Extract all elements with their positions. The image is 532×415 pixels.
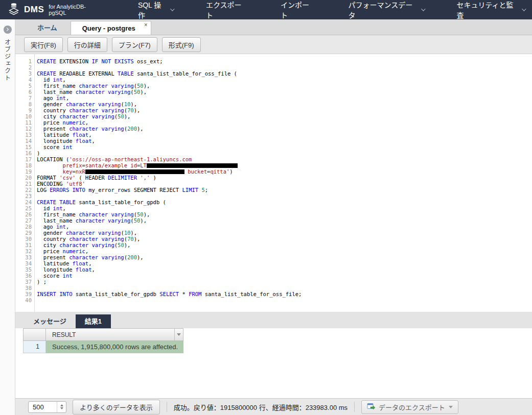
code-line: country character varying(70),: [37, 107, 532, 113]
execution-status-text: 成功。戻り値：1915800000 行、経過時間：233983.00 ms: [174, 402, 348, 412]
line-number: 30: [15, 236, 34, 242]
objects-sidebar: オブジェクト: [0, 19, 15, 415]
code-line: ago int,: [37, 95, 532, 101]
line-number: 13: [15, 132, 34, 138]
line-number: 26: [15, 211, 34, 217]
app-subtitle: for AnalyticDB-pgSQL: [49, 4, 102, 16]
code-line: present character varying(200),: [37, 126, 532, 132]
code-line: longitude float,: [37, 138, 532, 144]
code-line: gender character varying(10),: [37, 101, 532, 107]
code-line: LOCATION ('oss://oss-ap-northeast-1.aliy…: [37, 156, 532, 162]
code-line: ) ;: [37, 279, 532, 285]
line-number: 35: [15, 266, 34, 273]
close-icon[interactable]: ×: [144, 22, 148, 28]
line-number: 17: [15, 156, 34, 162]
result-cell[interactable]: Success, 1,915,800,000 rows are affected…: [46, 341, 183, 353]
line-number: 14: [15, 138, 34, 144]
result-column-header[interactable]: RESULT: [46, 328, 175, 341]
code-line: prefix=santa/example id=LT: [37, 162, 532, 168]
sql-toolbar: 実行(F8) 行の詳細 プラン(F7) 形式(F9): [15, 35, 532, 54]
code-line: latitude float,: [37, 260, 532, 266]
line-number: 21: [15, 181, 34, 187]
code-lines[interactable]: CREATE EXTENSION IF NOT EXISTS oss_ext; …: [37, 54, 532, 312]
format-button[interactable]: 形式(F9): [162, 37, 201, 52]
tab-result1[interactable]: 結果1: [76, 314, 111, 328]
line-number: 15: [15, 144, 34, 150]
sql-editor[interactable]: 1234567891011121314151617181920212223242…: [15, 54, 532, 312]
sidebar-objects-label[interactable]: オブジェクト: [4, 39, 12, 82]
code-line: last_name character varying(50),: [37, 217, 532, 224]
stepper-down-icon: [60, 407, 63, 409]
chevron-down-icon: [170, 7, 174, 11]
line-number: 27: [15, 217, 34, 224]
code-line: score int: [37, 273, 532, 279]
line-number: 19: [15, 168, 34, 175]
table-row[interactable]: 1 Success, 1,915,800,000 rows are affect…: [23, 341, 532, 353]
code-line: id int,: [37, 205, 532, 211]
column-dropdown-button[interactable]: [175, 328, 183, 341]
line-numbers: 1234567891011121314151617181920212223242…: [15, 54, 35, 312]
code-line: price numeric,: [37, 119, 532, 126]
code-line: CREATE READABLE EXTERNAL TABLE santa_lis…: [37, 70, 532, 77]
code-line: ENCODING 'utf8': [37, 181, 532, 187]
line-number: 34: [15, 260, 34, 266]
line-number: 24: [15, 199, 34, 205]
code-line: gender character varying(10),: [37, 230, 532, 236]
nav-item-sql-operations[interactable]: SQL 操作: [138, 0, 173, 20]
divider: [354, 402, 355, 412]
line-number: 31: [15, 242, 34, 248]
results-empty-area: [15, 353, 532, 398]
line-number: 37: [15, 279, 34, 285]
line-number: 38: [15, 285, 34, 291]
execute-button[interactable]: 実行(F8): [24, 37, 63, 52]
line-number: 18: [15, 162, 34, 168]
code-line: first_name character varying(50),: [37, 211, 532, 217]
sidebar-expand-button[interactable]: [4, 26, 12, 34]
export-data-icon: [367, 403, 375, 411]
line-number: 22: [15, 187, 34, 193]
app-title: DMS: [24, 5, 44, 15]
code-line: [37, 193, 532, 199]
export-data-button[interactable]: データのエクスポート: [361, 400, 458, 414]
divider: [167, 402, 167, 412]
page-size-value[interactable]: 500: [29, 403, 57, 411]
page-size-stepper[interactable]: 500: [28, 401, 66, 413]
redacted-text: [147, 163, 238, 168]
nav-item-export[interactable]: エクスポート: [206, 0, 248, 20]
stepper-up-icon: [60, 404, 63, 406]
nav-item-import[interactable]: インポート: [281, 0, 316, 20]
export-data-label: データのエクスポート: [379, 402, 445, 412]
results-grid-header: RESULT: [23, 328, 532, 341]
tab-messages[interactable]: メッセージ: [24, 314, 76, 328]
code-line: city character varying(50),: [37, 242, 532, 248]
stepper-buttons[interactable]: [57, 402, 66, 412]
line-number: 28: [15, 224, 34, 230]
code-line: INSERT INTO santa_list_table_for_gpdb SE…: [37, 291, 532, 297]
plan-button[interactable]: プラン(F7): [112, 37, 157, 52]
row-details-button[interactable]: 行の詳細: [67, 37, 107, 52]
line-number: 36: [15, 273, 34, 279]
code-line: country character varying(70),: [37, 236, 532, 242]
line-number: 32: [15, 248, 34, 254]
line-number: 23: [15, 193, 34, 199]
row-number-header: [23, 328, 46, 341]
tab-query-postgres[interactable]: Query - postgres ×: [71, 21, 151, 35]
line-number: 29: [15, 230, 34, 236]
code-line: id int,: [37, 77, 532, 83]
tab-home[interactable]: ホーム: [24, 21, 71, 35]
nav-menu: SQL 操作 エクスポート インポート パフォーマンスデータ セキュリティと監査: [138, 0, 525, 20]
nav-item-security-audit[interactable]: セキュリティと監査: [456, 0, 525, 20]
code-line: [37, 285, 532, 291]
nav-item-performance-data[interactable]: パフォーマンスデータ: [349, 0, 424, 20]
line-number: 1: [15, 58, 34, 64]
code-line: city character varying(50),: [37, 113, 532, 119]
code-line: [37, 64, 532, 70]
line-number: 25: [15, 205, 34, 211]
chevron-down-icon: [421, 7, 425, 11]
show-more-data-button[interactable]: より多くのデータを表示: [73, 400, 160, 414]
line-number: 6: [15, 89, 34, 95]
line-number: 3: [15, 70, 34, 77]
code-line: CREATE EXTENSION IF NOT EXISTS oss_ext;: [37, 58, 532, 64]
line-number: 4: [15, 77, 34, 83]
line-number: 8: [15, 101, 34, 107]
